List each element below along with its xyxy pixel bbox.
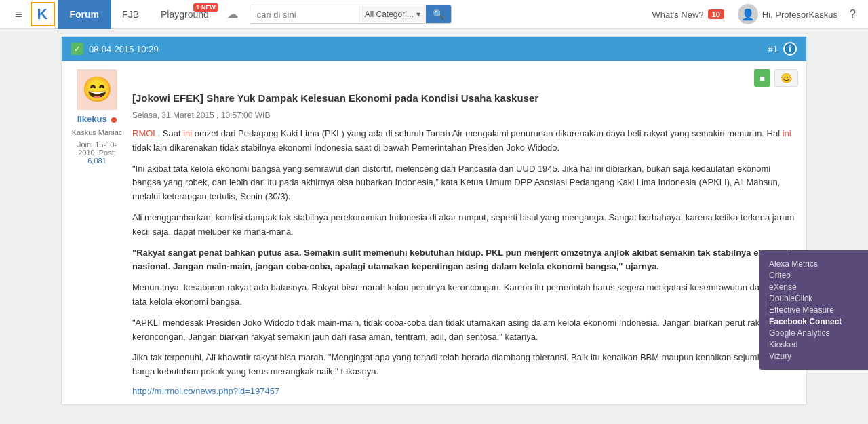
side-panel-item-vizury[interactable]: Vizury (769, 351, 859, 361)
nav-playground-button[interactable]: Playground 1 NEW (150, 0, 220, 29)
navbar: ≡ K Forum FJB Playground 1 NEW ☁ All Cat… (0, 0, 868, 29)
playground-new-badge: 1 NEW (193, 3, 218, 12)
post-title: [Jokowi EFEK] Share Yuk Dampak Kelesuan … (132, 92, 798, 104)
whats-new-badge: 10 (708, 9, 724, 19)
post-body: 😄 likekus Kaskus Maniac Join: 15-10-2010… (62, 61, 806, 404)
post-header: ✓ 08-04-2015 10:29 #1 i (62, 37, 806, 61)
avatar-emoji: 😄 (82, 75, 113, 104)
post-paragraph-5: Menurutnya, kesabaran rakyat ada batasny… (132, 281, 798, 309)
post-count-link[interactable]: 6,081 (87, 157, 106, 165)
post-container: ✓ 08-04-2015 10:29 #1 i 😄 likekus (61, 36, 807, 405)
side-panel-item-googleanalytics[interactable]: Google Analytics (769, 328, 859, 338)
post-paragraph-4: "Rakyat sangat penat bahkan putus asa. S… (132, 246, 798, 275)
kaskus-logo[interactable]: K (31, 2, 55, 26)
search-input[interactable] (250, 6, 359, 23)
side-panel-item-exense[interactable]: eXense (769, 282, 859, 292)
whats-new-section[interactable]: What's New? 10 (645, 9, 730, 20)
post-count-label: Post: (99, 149, 116, 157)
user-rank: Kaskus Maniac (72, 128, 123, 136)
side-panel-item-kiosked[interactable]: Kiosked (769, 340, 859, 349)
post-paragraph-1: RMOL. Saat ini omzet dari Pedagang Kaki … (132, 127, 798, 155)
check-icon: ✓ (71, 43, 83, 55)
post-paragraph-6: "APKLI mendesak Presiden Joko Widodo tid… (132, 316, 798, 345)
search-bar: All Categori... ▾ 🔍 (250, 5, 452, 24)
check-symbol: ✓ (74, 44, 81, 54)
avatar: 👤 (738, 4, 758, 24)
fjb-label: FJB (122, 9, 139, 20)
side-panel-item-criteo[interactable]: Criteo (769, 271, 859, 280)
nav-forum-button[interactable]: Forum (58, 0, 112, 29)
weather-icon: ☁ (220, 7, 245, 22)
main-content: ✓ 08-04-2015 10:29 #1 i 😄 likekus (51, 29, 817, 412)
side-panel-item-facebook[interactable]: Facebook Connect (769, 317, 859, 326)
help-icon[interactable]: ? (844, 8, 861, 20)
side-panel-item-doubleclick[interactable]: DoubleClick (769, 294, 859, 303)
post-date: Selasa, 31 Maret 2015 , 10:57:00 WIB (132, 111, 798, 120)
emoji-button[interactable]: 😊 (774, 69, 798, 87)
side-panel-item-effectivemeasure[interactable]: Effective Measure (769, 305, 859, 315)
source-link[interactable]: http://m.rmol.co/news.php?id=197457 (132, 386, 279, 396)
username-greeting: Hi, ProfesorKaskus (762, 9, 837, 20)
post-header-left: ✓ 08-04-2015 10:29 (71, 43, 159, 55)
logo-letter: K (37, 5, 48, 23)
hamburger-menu[interactable]: ≡ (7, 7, 31, 22)
info-symbol: i (789, 44, 791, 54)
user-info: Join: 15-10-2010, Post: 6,081 (70, 140, 124, 165)
post-actions: ■ 😊 (132, 69, 798, 87)
info-icon[interactable]: i (783, 42, 797, 56)
rep-button[interactable]: ■ (754, 69, 770, 87)
post-number: #1 (768, 44, 778, 54)
post-paragraph-3: Ali menggambarkan, kondisi dampak tak st… (132, 211, 798, 239)
post-header-right: #1 i (768, 42, 797, 56)
join-label: Join: (77, 140, 93, 149)
side-panel-item-alexa[interactable]: Alexa Metrics (769, 259, 859, 269)
chevron-down-icon: ▾ (416, 9, 420, 19)
user-profile[interactable]: 👤 Hi, ProfesorKaskus (731, 4, 844, 24)
online-indicator (111, 117, 117, 123)
post-content: ■ 😊 [Jokowi EFEK] Share Yuk Dampak Keles… (132, 69, 798, 396)
search-category-dropdown[interactable]: All Categori... ▾ (359, 6, 426, 22)
username-text: likekus (77, 114, 107, 124)
whats-new-label: What's New? (652, 9, 703, 20)
post-timestamp: 08-04-2015 10:29 (89, 44, 159, 54)
post-paragraph-2: "Ini akibat tata kelola ekonomi bangsa y… (132, 162, 798, 204)
forum-label: Forum (70, 9, 100, 20)
nav-fjb-button[interactable]: FJB (111, 0, 150, 29)
search-button[interactable]: 🔍 (426, 5, 451, 23)
author-username[interactable]: likekus (77, 114, 117, 124)
author-avatar: 😄 (77, 69, 117, 110)
search-category-label: All Categori... (365, 9, 414, 19)
post-sidebar: 😄 likekus Kaskus Maniac Join: 15-10-2010… (70, 69, 124, 396)
post-paragraph-7: Jika tak terpenuhi, Ali khawatir rakyat … (132, 351, 798, 379)
side-panel: Alexa Metrics Criteo eXense DoubleClick … (760, 250, 868, 370)
post-count-value: 6,081 (87, 157, 106, 165)
